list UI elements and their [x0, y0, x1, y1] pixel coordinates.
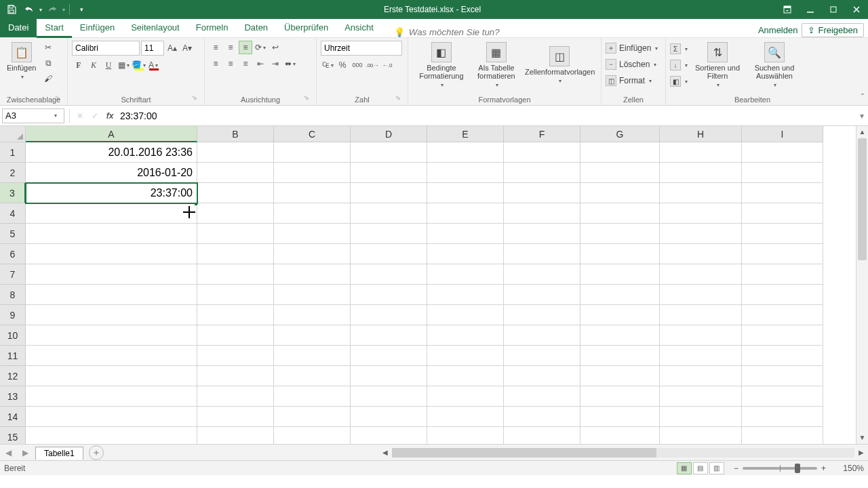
cell[interactable]	[742, 427, 823, 444]
cell[interactable]	[351, 142, 427, 163]
cell[interactable]	[427, 427, 504, 444]
column-header[interactable]: C	[274, 126, 351, 142]
cell[interactable]	[427, 285, 504, 305]
row-header[interactable]: 5	[0, 224, 26, 244]
cell[interactable]	[504, 183, 580, 203]
cell[interactable]	[274, 305, 351, 325]
cell[interactable]	[274, 183, 351, 203]
cell[interactable]	[427, 264, 504, 285]
row-header[interactable]: 14	[0, 407, 26, 427]
decrease-decimal-icon[interactable]: ←.0	[380, 58, 394, 72]
cell[interactable]	[197, 264, 274, 285]
cell[interactable]	[274, 224, 351, 244]
cell[interactable]	[274, 346, 351, 366]
cell[interactable]	[197, 407, 274, 427]
cell[interactable]	[742, 142, 823, 163]
cell[interactable]	[351, 244, 427, 264]
cell[interactable]	[660, 244, 742, 264]
tell-me-search[interactable]: 💡	[382, 27, 758, 37]
cell[interactable]	[580, 325, 660, 346]
cell[interactable]	[351, 305, 427, 325]
cell[interactable]	[197, 427, 274, 444]
increase-font-icon[interactable]: A▴	[165, 41, 179, 55]
cell[interactable]	[660, 285, 742, 305]
cell[interactable]	[660, 366, 742, 386]
cell[interactable]	[742, 346, 823, 366]
cell[interactable]	[504, 203, 580, 224]
cell[interactable]	[26, 325, 197, 346]
column-header[interactable]: F	[504, 126, 580, 142]
name-box[interactable]: ▾	[2, 108, 64, 123]
column-header[interactable]: D	[351, 126, 427, 142]
cell[interactable]	[660, 386, 742, 407]
cell[interactable]	[742, 224, 823, 244]
cell[interactable]	[504, 386, 580, 407]
maximize-icon[interactable]	[822, 0, 845, 19]
cell[interactable]	[26, 285, 197, 305]
cell[interactable]	[197, 386, 274, 407]
cell[interactable]	[660, 264, 742, 285]
align-right-icon[interactable]: ≡	[239, 57, 252, 70]
conditional-formatting-button[interactable]: ◧ Bedingte Formatierung▾	[412, 41, 471, 89]
cell[interactable]	[580, 142, 660, 163]
cell[interactable]	[26, 224, 197, 244]
fill-color-icon[interactable]: 🪣▾	[132, 58, 145, 72]
cell[interactable]	[351, 386, 427, 407]
format-cells-button[interactable]: ◫Format▾	[606, 73, 658, 88]
zoom-level[interactable]: 150%	[830, 464, 864, 473]
minimize-icon[interactable]	[799, 0, 822, 19]
wrap-text-icon[interactable]: ↩	[269, 41, 282, 54]
cell[interactable]	[274, 244, 351, 264]
cell[interactable]	[351, 366, 427, 386]
cell[interactable]	[580, 244, 660, 264]
cell[interactable]	[580, 224, 660, 244]
font-dialog-launcher-icon[interactable]: ⬂	[191, 94, 199, 102]
autosum-button[interactable]: Σ▾	[670, 41, 688, 56]
sign-in-link[interactable]: Anmelden	[758, 25, 798, 35]
cell[interactable]	[504, 305, 580, 325]
cell[interactable]	[274, 407, 351, 427]
select-all-corner[interactable]	[0, 126, 26, 142]
tab-insert[interactable]: Einfügen	[72, 18, 123, 37]
cell[interactable]	[26, 427, 197, 444]
cell[interactable]	[197, 346, 274, 366]
cell[interactable]	[274, 264, 351, 285]
accounting-format-icon[interactable]: ₠▾	[321, 58, 334, 72]
tab-data[interactable]: Daten	[236, 18, 276, 37]
cell-styles-button[interactable]: ◫ Zellenformatvorlagen▾	[522, 45, 597, 85]
cell[interactable]	[427, 305, 504, 325]
column-header[interactable]: E	[427, 126, 504, 142]
cell[interactable]	[427, 407, 504, 427]
cell[interactable]	[351, 407, 427, 427]
cell[interactable]	[580, 163, 660, 183]
cell[interactable]	[274, 142, 351, 163]
cell[interactable]	[427, 346, 504, 366]
cell[interactable]	[351, 183, 427, 203]
cell[interactable]	[274, 427, 351, 444]
bold-button[interactable]: F	[72, 58, 85, 72]
cell[interactable]	[26, 407, 197, 427]
row-header[interactable]: 7	[0, 264, 26, 285]
increase-decimal-icon[interactable]: .00→	[366, 58, 379, 72]
align-center-icon[interactable]: ≡	[224, 57, 237, 70]
cell[interactable]	[660, 224, 742, 244]
cell[interactable]	[580, 264, 660, 285]
cell[interactable]	[427, 203, 504, 224]
column-header[interactable]: H	[660, 126, 742, 142]
find-select-button[interactable]: 🔍 Suchen und Auswählen▾	[747, 41, 802, 89]
cell[interactable]	[580, 346, 660, 366]
zoom-in-button[interactable]: +	[817, 464, 830, 473]
row-header[interactable]: 8	[0, 285, 26, 305]
paste-button[interactable]: 📋 Einfügen ▾	[4, 41, 39, 81]
share-button[interactable]: ⇪ Freigeben	[802, 23, 864, 37]
cell[interactable]	[351, 285, 427, 305]
fill-button[interactable]: ↓▾	[670, 58, 688, 73]
scroll-up-icon[interactable]: ▲	[856, 126, 868, 138]
cell[interactable]	[197, 366, 274, 386]
row-header[interactable]: 9	[0, 305, 26, 325]
cell[interactable]	[351, 203, 427, 224]
formula-bar-input[interactable]	[117, 108, 856, 123]
cell[interactable]	[197, 203, 274, 224]
cell[interactable]	[742, 285, 823, 305]
new-sheet-button[interactable]: ＋	[89, 445, 104, 460]
